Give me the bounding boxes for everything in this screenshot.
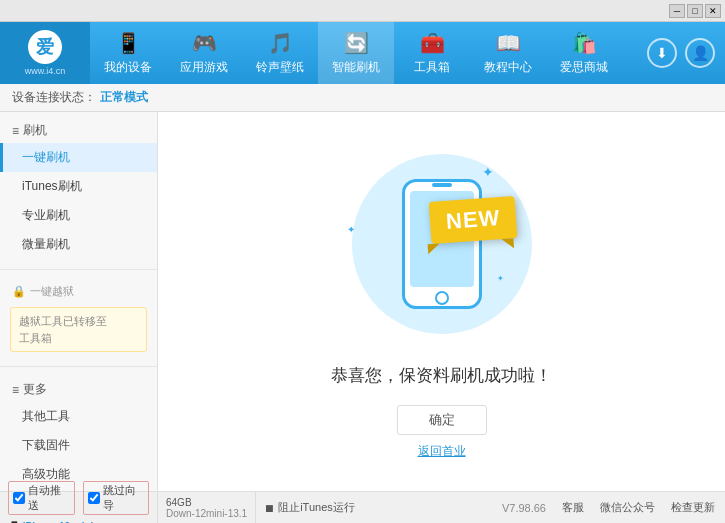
notice-text: 越狱工具已转移至工具箱 [19, 315, 107, 344]
phone-illustration: ✦ ✦ ✦ ✦ NEW [342, 144, 542, 344]
sidebar: ≡ 刷机 一键刷机 iTunes刷机 专业刷机 微量刷机 🔒 一键越狱 越狱工具… [0, 112, 158, 491]
maximize-button[interactable]: □ [687, 4, 703, 18]
star-3: ✦ [347, 224, 355, 235]
confirm-button[interactable]: 确定 [397, 405, 487, 435]
nav-tutorial-label: 教程中心 [484, 59, 532, 76]
nav-tutorial[interactable]: 📖 教程中心 [470, 22, 546, 84]
nav-my-device-label: 我的设备 [104, 59, 152, 76]
sidebar-item-pro-flash[interactable]: 专业刷机 [0, 201, 157, 230]
status-bar: 设备连接状态： 正常模式 [0, 84, 725, 112]
more-section-label: 更多 [23, 381, 47, 398]
bottom-left: 自动推送 跳过向导 📱 iPhone 12 mini [0, 492, 158, 524]
nav-toolbox-label: 工具箱 [414, 59, 450, 76]
minimize-button[interactable]: ─ [669, 4, 685, 18]
window-controls: ─ □ ✕ [669, 4, 721, 18]
nav-bar: 📱 我的设备 🎮 应用游戏 🎵 铃声壁纸 🔄 智能刷机 🧰 工具箱 📖 教程中心… [90, 22, 647, 84]
app-icon: 🎮 [192, 31, 217, 55]
lock-icon: 🔒 [12, 285, 26, 298]
version-text: V7.98.66 [502, 502, 546, 514]
flash-section-title: ≡ 刷机 [0, 118, 157, 143]
title-bar: ─ □ ✕ [0, 0, 725, 22]
nav-app-game-label: 应用游戏 [180, 59, 228, 76]
auto-push-label[interactable]: 自动推送 [8, 481, 75, 515]
star-1: ✦ [482, 164, 494, 180]
stop-itunes-label: 阻止iTunes运行 [278, 500, 355, 515]
success-text: 恭喜您，保资料刷机成功啦！ [331, 364, 552, 387]
section-icon: ≡ [12, 124, 19, 138]
ringtone-icon: 🎵 [268, 31, 293, 55]
flash-icon: 🔄 [344, 31, 369, 55]
jailbreak-label: 一键越狱 [30, 284, 74, 299]
nav-my-device[interactable]: 📱 我的设备 [90, 22, 166, 84]
device-info-row: 📱 iPhone 12 mini [8, 516, 149, 523]
bottom-bar: 自动推送 跳过向导 📱 iPhone 12 mini 64GB Down-12m… [0, 491, 725, 523]
main-layout: ≡ 刷机 一键刷机 iTunes刷机 专业刷机 微量刷机 🔒 一键越狱 越狱工具… [0, 112, 725, 491]
sidebar-item-other-tools[interactable]: 其他工具 [0, 402, 157, 431]
nav-smart-flash-label: 智能刷机 [332, 59, 380, 76]
skip-wizard-label[interactable]: 跳过向导 [83, 481, 150, 515]
wechat-link[interactable]: 微信公众号 [600, 500, 655, 515]
sidebar-item-download-fw[interactable]: 下载固件 [0, 431, 157, 460]
device-icon: 📱 [116, 31, 141, 55]
nav-app-game[interactable]: 🎮 应用游戏 [166, 22, 242, 84]
divider-1 [0, 269, 157, 270]
more-section-title: ≡ 更多 [0, 377, 157, 402]
tutorial-icon: 📖 [496, 31, 521, 55]
flash-section: ≡ 刷机 一键刷机 iTunes刷机 专业刷机 微量刷机 [0, 112, 157, 265]
device-capacity: 64GB [166, 497, 247, 508]
back-home-link[interactable]: 返回首业 [418, 443, 466, 460]
toolbox-icon: 🧰 [420, 31, 445, 55]
nav-shop-label: 爱思商城 [560, 59, 608, 76]
new-badge: NEW [428, 196, 517, 244]
content-area: ✦ ✦ ✦ ✦ NEW 恭喜您，保资料刷机成功啦！ 确定 返回首 [158, 112, 725, 491]
stop-icon: ⏹ [264, 502, 275, 514]
sidebar-item-wipe-flash[interactable]: 微量刷机 [0, 230, 157, 259]
phone-home-button [435, 291, 449, 305]
more-section: ≡ 更多 其他工具 下载固件 高级功能 [0, 371, 157, 491]
skip-wizard-text: 跳过向导 [103, 483, 145, 513]
update-link[interactable]: 检查更新 [671, 500, 715, 515]
nav-right-buttons: ⬇ 👤 [647, 38, 725, 68]
sidebar-item-one-key-flash[interactable]: 一键刷机 [0, 143, 157, 172]
auto-push-checkbox[interactable] [13, 492, 25, 504]
nav-shop[interactable]: 🛍️ 爱思商城 [546, 22, 622, 84]
shop-icon: 🛍️ [572, 31, 597, 55]
jailbreak-notice: 越狱工具已转移至工具箱 [10, 307, 147, 352]
phone-speaker [432, 183, 452, 187]
status-mode: 正常模式 [100, 89, 148, 106]
stop-itunes[interactable]: ⏹ 阻止iTunes运行 [256, 500, 363, 515]
close-button[interactable]: ✕ [705, 4, 721, 18]
bottom-device-detail: 64GB Down-12mini-13.1 [158, 492, 256, 524]
logo-icon: 爱 [28, 30, 62, 64]
flash-section-label: 刷机 [23, 122, 47, 139]
logo-text: www.i4.cn [25, 66, 66, 76]
bottom-right: V7.98.66 客服 微信公众号 检查更新 [502, 500, 725, 515]
user-button[interactable]: 👤 [685, 38, 715, 68]
service-link[interactable]: 客服 [562, 500, 584, 515]
sidebar-item-itunes-flash[interactable]: iTunes刷机 [0, 172, 157, 201]
divider-2 [0, 366, 157, 367]
jailbreak-section-title: 🔒 一键越狱 [0, 280, 157, 303]
skip-wizard-checkbox[interactable] [88, 492, 100, 504]
auto-push-text: 自动推送 [28, 483, 70, 513]
jailbreak-section: 🔒 一键越狱 越狱工具已转移至工具箱 [0, 274, 157, 362]
more-icon: ≡ [12, 383, 19, 397]
nav-ringtone-label: 铃声壁纸 [256, 59, 304, 76]
status-label: 设备连接状态： [12, 89, 96, 106]
nav-smart-flash[interactable]: 🔄 智能刷机 [318, 22, 394, 84]
device-model: Down-12mini-13.1 [166, 508, 247, 519]
new-text: NEW [445, 205, 501, 234]
star-4: ✦ [497, 274, 504, 283]
nav-ringtone[interactable]: 🎵 铃声壁纸 [242, 22, 318, 84]
logo[interactable]: 爱 www.i4.cn [0, 22, 90, 84]
bottom-checkboxes: 自动推送 跳过向导 [8, 481, 149, 515]
header: 爱 www.i4.cn 📱 我的设备 🎮 应用游戏 🎵 铃声壁纸 🔄 智能刷机 … [0, 22, 725, 84]
download-button[interactable]: ⬇ [647, 38, 677, 68]
new-badge-container: NEW [430, 199, 516, 241]
nav-toolbox[interactable]: 🧰 工具箱 [394, 22, 470, 84]
